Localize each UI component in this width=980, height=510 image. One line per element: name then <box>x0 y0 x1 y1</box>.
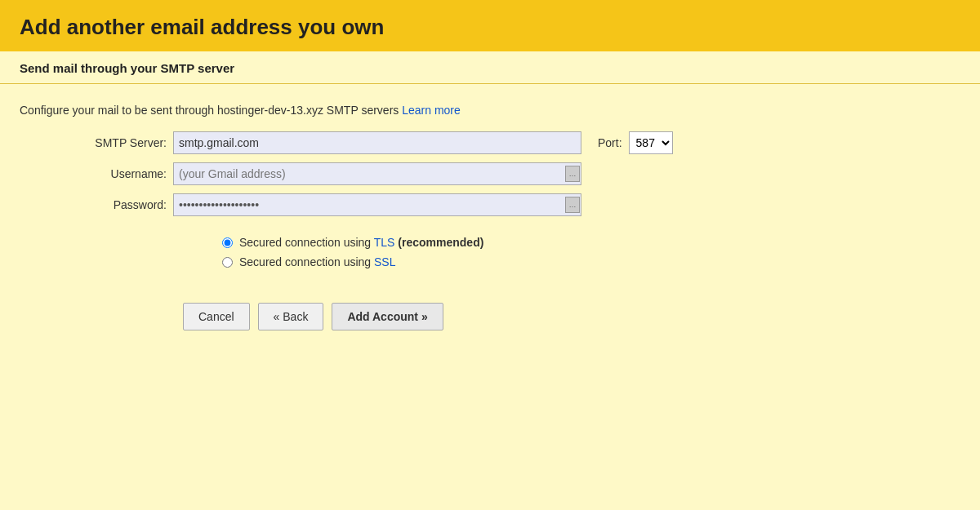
ssl-label[interactable]: Secured connection using SSL <box>239 255 395 268</box>
port-select[interactable]: 587 465 25 <box>629 131 673 154</box>
port-label: Port: <box>598 136 622 149</box>
smtp-server-label: SMTP Server: <box>69 136 167 149</box>
smtp-server-row: SMTP Server: Port: 587 465 25 <box>69 131 960 154</box>
learn-more-link[interactable]: Learn more <box>402 104 461 117</box>
tls-link[interactable]: TLS <box>374 236 395 249</box>
tls-label-text: Secured connection using <box>239 236 371 249</box>
description-row: Configure your mail to be sent through h… <box>20 104 960 117</box>
password-input[interactable] <box>173 193 581 216</box>
title-bar: Add another email address you own <box>0 0 980 51</box>
page-wrapper: Add another email address you own Send m… <box>0 0 980 510</box>
username-input-wrapper: … <box>173 162 581 185</box>
subtitle: Send mail through your SMTP server <box>20 61 960 83</box>
ssl-link[interactable]: SSL <box>374 255 395 268</box>
content-area: Configure your mail to be sent through h… <box>0 84 980 347</box>
username-input[interactable] <box>173 162 581 185</box>
password-row: Password: … <box>69 193 960 216</box>
ssl-radio[interactable] <box>222 257 233 268</box>
username-row: Username: … <box>69 162 960 185</box>
description-text: Configure your mail to be sent through h… <box>20 104 399 117</box>
username-icon-btn[interactable]: … <box>565 166 580 182</box>
page-title: Add another email address you own <box>20 15 960 40</box>
back-button[interactable]: « Back <box>258 303 324 330</box>
ssl-radio-row: Secured connection using SSL <box>222 255 960 268</box>
tls-radio[interactable] <box>222 237 233 248</box>
cancel-button[interactable]: Cancel <box>183 303 250 330</box>
smtp-server-input[interactable] <box>173 131 581 154</box>
password-label: Password: <box>69 198 167 211</box>
tls-label[interactable]: Secured connection using TLS (recommende… <box>239 236 483 249</box>
password-input-wrapper: … <box>173 193 581 216</box>
tls-radio-row: Secured connection using TLS (recommende… <box>222 236 960 249</box>
radio-section: Secured connection using TLS (recommende… <box>222 236 960 268</box>
add-account-button[interactable]: Add Account » <box>332 303 443 330</box>
subtitle-bar: Send mail through your SMTP server <box>0 51 980 84</box>
password-icon-btn[interactable]: … <box>565 197 580 213</box>
form-section: SMTP Server: Port: 587 465 25 Username: … <box>69 131 960 216</box>
button-row: Cancel « Back Add Account » <box>183 303 960 330</box>
tls-recommended: (recommended) <box>398 236 483 249</box>
ssl-label-text: Secured connection using <box>239 255 371 268</box>
username-label: Username: <box>69 167 167 180</box>
